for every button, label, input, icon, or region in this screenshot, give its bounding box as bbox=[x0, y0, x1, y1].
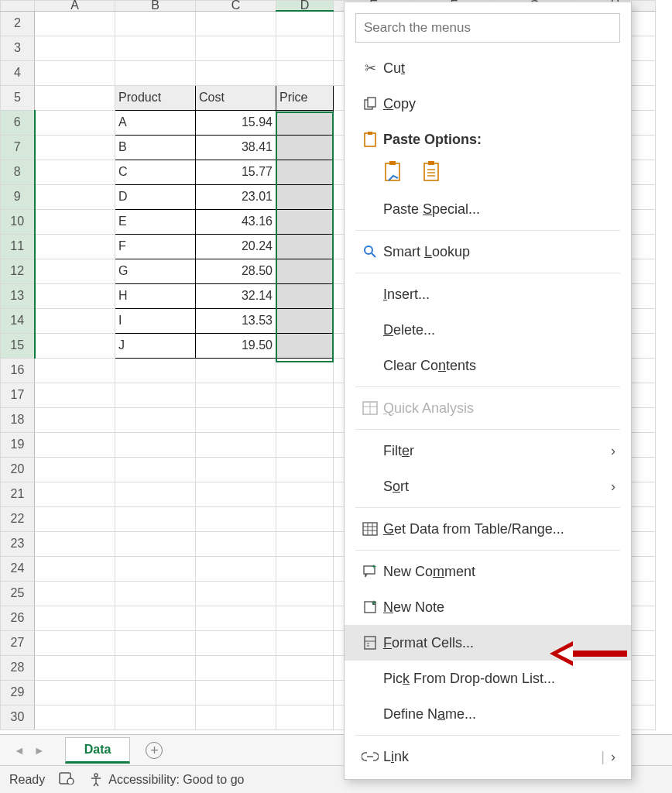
row-30[interactable]: 30 bbox=[1, 705, 35, 729]
tab-next-icon[interactable]: ► bbox=[34, 744, 45, 757]
cell[interactable]: 15.94 bbox=[196, 110, 276, 135]
accessibility-status[interactable]: Accessibility: Good to go bbox=[88, 772, 244, 788]
row-22[interactable]: 22 bbox=[1, 506, 35, 531]
cell[interactable] bbox=[196, 11, 276, 36]
col-D[interactable]: D bbox=[276, 1, 334, 12]
cell[interactable] bbox=[115, 383, 196, 407]
cell[interactable]: 23.01 bbox=[196, 184, 276, 209]
cell[interactable] bbox=[196, 606, 276, 630]
cell[interactable] bbox=[276, 531, 334, 556]
col-A[interactable]: A bbox=[35, 1, 115, 12]
cell[interactable] bbox=[35, 184, 115, 209]
cell[interactable] bbox=[196, 630, 276, 655]
cell[interactable] bbox=[35, 606, 115, 630]
cell[interactable] bbox=[115, 606, 196, 630]
row-9[interactable]: 9 bbox=[1, 184, 35, 209]
cell[interactable] bbox=[35, 234, 115, 259]
cell[interactable] bbox=[276, 308, 334, 333]
row-2[interactable]: 2 bbox=[1, 11, 35, 36]
cell[interactable] bbox=[196, 655, 276, 680]
cell[interactable] bbox=[35, 135, 115, 160]
cell[interactable]: 32.14 bbox=[196, 283, 276, 308]
cell[interactable] bbox=[276, 581, 334, 606]
cell[interactable] bbox=[35, 581, 115, 606]
corner[interactable] bbox=[1, 1, 35, 12]
cell[interactable] bbox=[115, 680, 196, 705]
cell[interactable] bbox=[196, 680, 276, 705]
cell[interactable] bbox=[276, 110, 334, 135]
cell[interactable] bbox=[276, 160, 334, 184]
cell[interactable]: A bbox=[115, 110, 196, 135]
cell[interactable] bbox=[276, 358, 334, 383]
cell[interactable]: Price bbox=[276, 85, 334, 110]
cell[interactable]: H bbox=[115, 283, 196, 308]
row-4[interactable]: 4 bbox=[1, 60, 35, 85]
cell[interactable] bbox=[276, 506, 334, 531]
cell[interactable] bbox=[115, 581, 196, 606]
cell[interactable] bbox=[115, 60, 196, 85]
cell[interactable] bbox=[196, 531, 276, 556]
cell[interactable] bbox=[196, 407, 276, 432]
col-B[interactable]: B bbox=[115, 1, 196, 12]
menu-smart-lookup[interactable]: Smart Lookup bbox=[345, 234, 631, 269]
row-29[interactable]: 29 bbox=[1, 680, 35, 705]
cell[interactable] bbox=[276, 630, 334, 655]
cell[interactable] bbox=[115, 705, 196, 729]
cell[interactable]: E bbox=[115, 209, 196, 234]
cell[interactable]: C bbox=[115, 160, 196, 184]
cell[interactable] bbox=[276, 432, 334, 457]
cell[interactable] bbox=[35, 556, 115, 581]
row-6[interactable]: 6 bbox=[1, 110, 35, 135]
menu-search-input[interactable] bbox=[355, 13, 620, 43]
row-11[interactable]: 11 bbox=[1, 234, 35, 259]
cell[interactable]: 20.24 bbox=[196, 234, 276, 259]
cell[interactable] bbox=[35, 358, 115, 383]
cell[interactable] bbox=[276, 60, 334, 85]
paste-option-values[interactable] bbox=[422, 159, 444, 185]
macro-record-icon[interactable] bbox=[59, 772, 74, 788]
cell[interactable] bbox=[115, 506, 196, 531]
cell[interactable] bbox=[35, 655, 115, 680]
menu-new-note[interactable]: + New Note bbox=[345, 589, 631, 625]
cell[interactable] bbox=[35, 283, 115, 308]
row-12[interactable]: 12 bbox=[1, 259, 35, 283]
cell[interactable] bbox=[196, 556, 276, 581]
cell[interactable]: I bbox=[115, 308, 196, 333]
menu-sort[interactable]: Sort › bbox=[345, 469, 631, 504]
cell[interactable] bbox=[276, 11, 334, 36]
cell[interactable]: J bbox=[115, 333, 196, 358]
cell[interactable] bbox=[276, 36, 334, 60]
cell[interactable] bbox=[35, 383, 115, 407]
row-24[interactable]: 24 bbox=[1, 556, 35, 581]
cell[interactable] bbox=[35, 680, 115, 705]
cell[interactable] bbox=[115, 630, 196, 655]
row-25[interactable]: 25 bbox=[1, 581, 35, 606]
tab-prev-icon[interactable]: ◄ bbox=[14, 744, 25, 757]
cell[interactable] bbox=[196, 383, 276, 407]
cell[interactable] bbox=[115, 432, 196, 457]
cell[interactable] bbox=[276, 209, 334, 234]
cell[interactable] bbox=[276, 407, 334, 432]
row-28[interactable]: 28 bbox=[1, 655, 35, 680]
cell[interactable] bbox=[35, 85, 115, 110]
menu-insert[interactable]: Insert... bbox=[345, 276, 631, 312]
cell[interactable] bbox=[35, 333, 115, 358]
cell[interactable] bbox=[115, 407, 196, 432]
cell[interactable]: 13.53 bbox=[196, 308, 276, 333]
cell[interactable] bbox=[196, 36, 276, 60]
cell[interactable]: Product bbox=[115, 85, 196, 110]
row-20[interactable]: 20 bbox=[1, 457, 35, 482]
cell[interactable] bbox=[276, 655, 334, 680]
row-10[interactable]: 10 bbox=[1, 209, 35, 234]
cell[interactable] bbox=[276, 606, 334, 630]
menu-search[interactable] bbox=[355, 13, 620, 43]
cell[interactable]: 19.50 bbox=[196, 333, 276, 358]
cell[interactable] bbox=[196, 457, 276, 482]
cell[interactable]: F bbox=[115, 234, 196, 259]
cell[interactable]: G bbox=[115, 259, 196, 283]
row-3[interactable]: 3 bbox=[1, 36, 35, 60]
menu-new-comment[interactable]: + New Comment bbox=[345, 554, 631, 589]
cell[interactable] bbox=[35, 60, 115, 85]
row-27[interactable]: 27 bbox=[1, 630, 35, 655]
cell[interactable] bbox=[196, 506, 276, 531]
